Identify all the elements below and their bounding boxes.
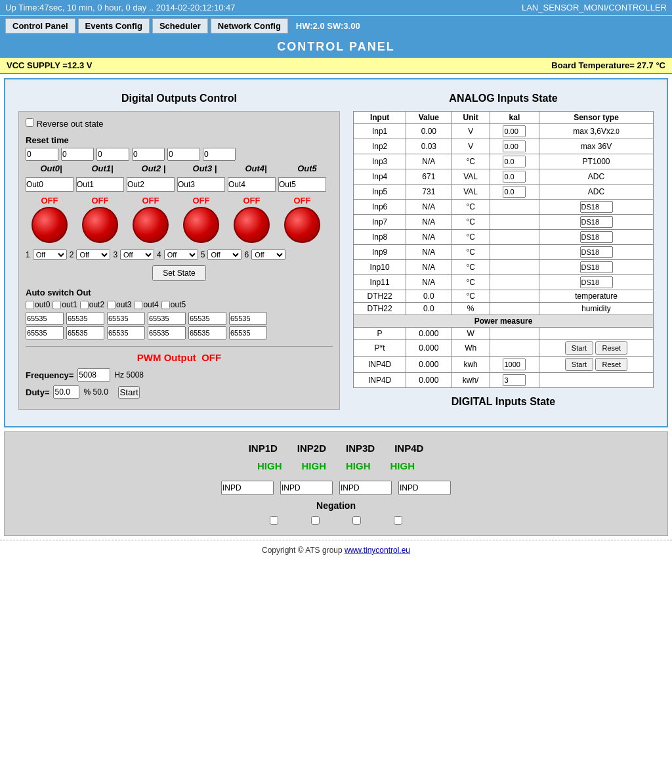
auto-r1-4[interactable] [188,312,226,325]
auto-r1-3[interactable] [148,312,186,325]
auto-r1-0[interactable] [26,312,64,325]
out-name-2[interactable] [127,177,175,192]
nav-scheduler[interactable]: Scheduler [152,18,208,33]
pwm-start-button[interactable]: Start [118,386,139,399]
top-bar: Up Time:47sec, 10 min, 0 hour, 0 day .. … [0,0,672,15]
neg-check-3[interactable] [352,516,361,525]
reset-time-label: Reset time [26,135,333,145]
inp4d-kwh-btns: Start Reset [539,357,654,373]
inp3-value: N/A [406,154,452,169]
auto-r2-1[interactable] [66,326,104,339]
power-header-row: Power measure [354,315,654,328]
inp4-value: 671 [406,169,452,185]
nav-network-config[interactable]: Network Config [211,18,288,33]
pt-start-button[interactable]: Start [565,341,593,355]
footer-link[interactable]: www.tinycontrol.eu [345,546,410,555]
auto-check-out1[interactable]: out1 [52,300,77,309]
col-value: Value [406,112,452,124]
auto-grid [26,312,333,339]
reverse-label[interactable]: Reverse out state [26,119,104,129]
inp5-value: 731 [406,185,452,200]
dinp1-input[interactable] [221,481,274,495]
auto-check-out5[interactable]: out5 [161,300,186,309]
inp4d2-sensor [539,373,654,388]
dinp-inputs-row [15,481,657,495]
auto-check-out2[interactable]: out2 [80,300,104,309]
dinp2-input[interactable] [280,481,333,495]
table-row: Inp1 0.00 V max 3,6Vx2.0 [354,124,654,139]
inp1-kal [490,124,539,139]
out-name-3[interactable] [177,177,225,192]
auto-r2-4[interactable] [188,326,226,339]
pt-unit: Wh [452,340,490,357]
set-state-button[interactable]: Set State [152,265,205,281]
out-name-1[interactable] [76,177,124,192]
neg-check-1[interactable] [270,516,278,525]
select-1[interactable]: OffOn [76,250,110,260]
auto-r2-2[interactable] [107,326,145,339]
inp3-unit: °C [452,154,490,169]
nav-events-config[interactable]: Events Config [78,18,150,33]
select-4[interactable]: OffOn [207,250,242,260]
dth22-hum-label: DTH22 [354,303,406,315]
select-5[interactable]: OffOn [251,250,285,260]
reset-val-2[interactable] [96,148,129,161]
inp9-label: Inp9 [354,245,406,260]
inp8-sensor [539,230,654,245]
dth22-temp-value: 0.0 [406,290,452,303]
inp4d2-unit: kwh/ [452,373,490,388]
led-0 [32,207,68,243]
auto-check-out0[interactable]: out0 [26,300,50,309]
freq-input[interactable] [77,368,110,381]
auto-r2-3[interactable] [148,326,186,339]
reverse-checkbox[interactable] [26,118,34,127]
inp2-unit: V [452,139,490,154]
select-0[interactable]: OffOn [33,250,67,260]
auto-r1-5[interactable] [229,312,267,325]
inp9-unit: °C [452,245,490,260]
auto-check-out3[interactable]: out3 [107,300,131,309]
reset-val-0[interactable] [26,148,58,161]
pt-label: P*t [354,340,406,357]
out-name-5[interactable] [278,177,326,192]
reset-inputs-row [26,148,333,161]
inp4d2-value: 0.000 [406,373,452,388]
duty-input[interactable] [53,385,79,399]
reset-val-5[interactable] [203,148,236,161]
inp4d-kwh-kal [490,357,539,373]
reset-val-3[interactable] [132,148,165,161]
nav-bar: Control Panel Events Config Scheduler Ne… [0,15,672,36]
auto-r2-0[interactable] [26,326,64,339]
inp4d-reset-button[interactable]: Reset [595,358,627,371]
freq-row: Frequency= Hz 5008 [26,368,333,381]
inp11-label: Inp11 [354,275,406,290]
select-3[interactable]: OffOn [164,250,198,260]
auto-check-out4[interactable]: out4 [134,300,158,309]
dinp3-status: HIGH [346,460,371,471]
pt-reset-button[interactable]: Reset [595,341,627,355]
neg-check-4[interactable] [394,516,402,525]
auto-r1-1[interactable] [66,312,104,325]
dinp3-input[interactable] [339,481,392,495]
dinp1-label: INP1D [249,443,278,454]
nav-control-panel[interactable]: Control Panel [5,18,75,33]
inp10-kal [490,260,539,275]
led-1 [82,207,118,243]
select-2[interactable]: OffOn [120,250,154,260]
dinp2-label: INP2D [297,443,326,454]
auto-r2-5[interactable] [229,326,267,339]
reset-val-4[interactable] [167,148,200,161]
inp2-kal [490,139,539,154]
dinp4-input[interactable] [398,481,451,495]
inp4d-kwh-label: INP4D [354,357,406,373]
inp4d-start-button[interactable]: Start [565,358,593,371]
col-input: Input [354,112,406,124]
neg-check-2[interactable] [311,516,320,525]
duty-label: Duty= [26,387,49,397]
led-2 [133,207,169,243]
out-name-0[interactable] [26,177,74,192]
digital-outputs-inner: Reverse out state Reset time Out0| Out1|… [18,111,340,410]
out-name-4[interactable] [228,177,276,192]
auto-r1-2[interactable] [107,312,145,325]
reset-val-1[interactable] [61,148,94,161]
